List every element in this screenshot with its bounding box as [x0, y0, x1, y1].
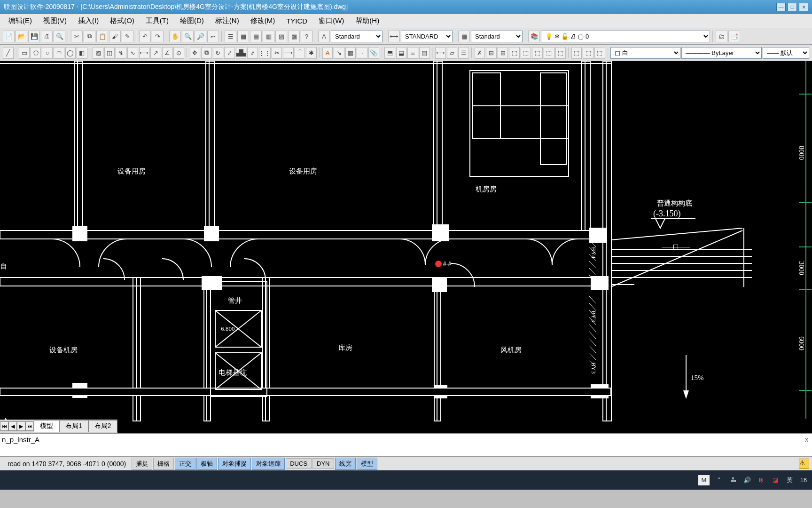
mtext-button[interactable]: A [322, 47, 333, 59]
paste-button[interactable]: 📋 [96, 31, 108, 42]
scale-button[interactable]: ⤢ [224, 47, 235, 59]
ortho-toggle[interactable]: 正交 [175, 458, 195, 470]
command-line-area[interactable]: n_p_lnstr_A x [0, 433, 812, 456]
ellipse-button[interactable]: ◯ [65, 47, 76, 59]
tray-app-icon[interactable]: ◪ [771, 476, 780, 485]
design-center-button[interactable]: ▦ [237, 31, 249, 42]
tab-layout1[interactable]: 布局1 [59, 420, 88, 432]
make-block-button[interactable]: ⬒ [384, 47, 395, 59]
list-button[interactable]: ☰ [458, 47, 469, 59]
tab-first-button[interactable]: ⏮ [0, 421, 8, 431]
plot-preview-button[interactable]: 🔍 [54, 31, 65, 42]
menu-tools[interactable]: 工具(T) [140, 15, 174, 27]
fillet-button[interactable]: ⌒ [295, 47, 305, 59]
tray-sound-icon[interactable]: 🔊 [742, 476, 752, 485]
layer-select[interactable]: 💡 ❄ 🔓 🖨 ▢ 0 [541, 31, 710, 42]
menu-format[interactable]: 格式(O) [104, 15, 140, 27]
menu-edit[interactable]: 编辑(E) [3, 15, 38, 27]
tray-up-icon[interactable]: ˄ [714, 476, 724, 485]
cut-button[interactable]: ✂ [71, 31, 83, 42]
dim-angular-button[interactable]: ∠ [162, 47, 173, 59]
dim-radius-button[interactable]: ⊙ [173, 47, 184, 59]
properties-button[interactable]: ☰ [225, 31, 236, 42]
sheet-set-button[interactable]: ▥ [263, 31, 274, 42]
calc-button[interactable]: ▩ [288, 31, 300, 42]
dim-aligned-button[interactable]: ↗ [150, 47, 161, 59]
help-icon[interactable]: ? [301, 31, 312, 42]
trim-button[interactable]: ✂ [272, 47, 282, 59]
menu-dim[interactable]: 标注(N) [210, 15, 245, 27]
area-button[interactable]: ▱ [447, 47, 458, 59]
maximize-button[interactable]: □ [788, 3, 797, 11]
menu-window[interactable]: 窗口(W) [313, 15, 350, 27]
tab-model[interactable]: 模型 [34, 420, 59, 432]
zoom-rt-button[interactable]: 🔍 [182, 31, 194, 42]
ducs-toggle[interactable]: DUCS [286, 458, 312, 469]
break-button[interactable]: ⊟ [486, 47, 497, 59]
tool-palette-button[interactable]: ▤ [250, 31, 262, 42]
block-button[interactable]: ◧ [77, 47, 87, 59]
markup-button[interactable]: ▨ [275, 31, 287, 42]
new-button[interactable]: 📄 [3, 31, 15, 42]
menu-view[interactable]: 视图(V) [38, 15, 72, 27]
table-style-select[interactable]: Standard [471, 31, 523, 42]
extend-button[interactable]: ⟶ [283, 47, 294, 59]
pline-button[interactable]: ↯ [116, 47, 126, 59]
ime-mode-icon[interactable]: M [698, 475, 710, 485]
redo-button[interactable]: ↷ [152, 31, 164, 42]
move-button[interactable]: ✥ [190, 47, 201, 59]
color-select[interactable]: ▢ 白 [610, 47, 680, 59]
layer-prev-button[interactable]: 🗂 [716, 31, 727, 42]
save-button[interactable]: 💾 [28, 31, 40, 42]
layer-states-button[interactable]: 📑 [728, 31, 740, 42]
snap-toggle[interactable]: 捕捉 [132, 458, 152, 470]
tab-layout2[interactable]: 布局2 [88, 420, 117, 432]
lwt-toggle[interactable]: 线宽 [335, 458, 356, 470]
open-button[interactable]: 📂 [16, 31, 27, 42]
model-toggle[interactable]: 模型 [357, 458, 377, 470]
close-cmdline-icon[interactable]: x [805, 436, 808, 443]
arc-button[interactable]: ◠ [54, 47, 64, 59]
xref-button[interactable]: 📎 [368, 47, 379, 59]
dim-linear-button[interactable]: ⟷ [139, 47, 150, 59]
layer-manage-button[interactable]: 📚 [528, 31, 540, 42]
rect-button[interactable]: ▭ [19, 47, 30, 59]
tab-next-button[interactable]: ▶ [17, 421, 25, 431]
rotate-button[interactable]: ↻ [213, 47, 224, 59]
dist-button[interactable]: ⟷ [435, 47, 446, 59]
erase-button[interactable]: ✗ [475, 47, 485, 59]
undo-button[interactable]: ↶ [139, 31, 151, 42]
join-button[interactable]: ⊞ [498, 47, 508, 59]
polar-toggle[interactable]: 极轴 [196, 458, 217, 470]
text-style-icon[interactable]: A [318, 31, 330, 42]
explode-button[interactable]: ✱ [306, 47, 317, 59]
point-button[interactable]: · [357, 47, 367, 59]
tycad4-button[interactable]: ⬚ [544, 47, 554, 59]
table-button[interactable]: ▦ [345, 47, 356, 59]
dim-style-icon[interactable]: ⟷ [388, 31, 400, 42]
drawing-canvas[interactable]: #-# 设备用房 设备用房 机房房 设备机房 库房 风机房 管井 -6.800 … [0, 61, 812, 433]
warning-icon[interactable]: ⚠ [799, 459, 809, 469]
tycad8-button[interactable]: ⬚ [594, 47, 605, 59]
tray-network-icon[interactable]: 🖧 [728, 476, 738, 485]
leader-button[interactable]: ↘ [334, 47, 344, 59]
copy-button[interactable]: ⧉ [84, 31, 95, 42]
lineweight-select[interactable]: —— 默认 [763, 47, 809, 59]
pan-button[interactable]: ✋ [169, 31, 181, 42]
menu-modify[interactable]: 修改(M) [245, 15, 281, 27]
copy2-button[interactable]: ⧉ [201, 47, 212, 59]
dyn-toggle[interactable]: DYN [312, 458, 334, 469]
tycad7-button[interactable]: ⬚ [583, 47, 593, 59]
clock[interactable]: 16 [799, 476, 808, 485]
menu-draw[interactable]: 绘图(D) [174, 15, 210, 27]
zoom-prev-button[interactable]: ⤺ [207, 31, 219, 42]
match-button[interactable]: 🖌 [109, 31, 121, 42]
menu-insert[interactable]: 插入(I) [72, 15, 104, 27]
ime-lang-icon[interactable]: 英 [785, 476, 794, 485]
tray-shield-icon[interactable]: ⛨ [757, 476, 766, 485]
tycad6-button[interactable]: ⬚ [571, 47, 582, 59]
osnap-toggle[interactable]: 对象捕捉 [218, 458, 251, 470]
print-button[interactable]: 🖨 [41, 31, 53, 42]
menu-tyicd[interactable]: TYICD [281, 15, 313, 27]
insert-block-button[interactable]: ⬓ [396, 47, 407, 59]
